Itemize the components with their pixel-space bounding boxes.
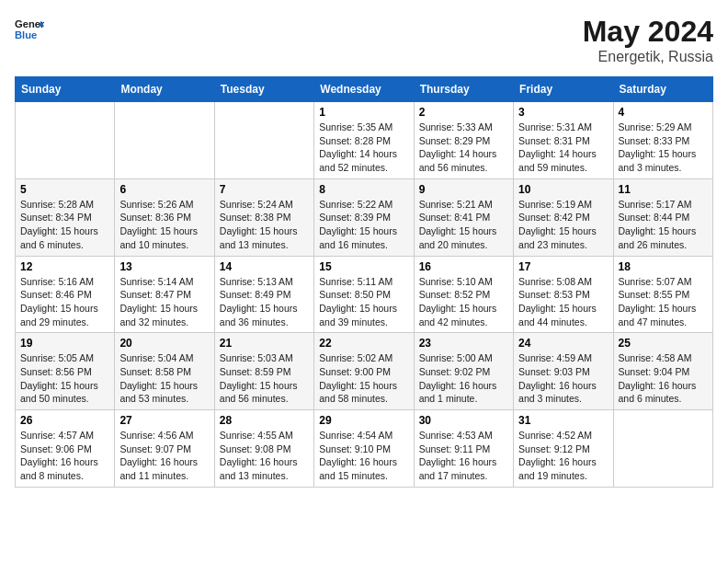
day-info: Sunrise: 5:35 AMSunset: 8:28 PMDaylight:… [319,121,408,175]
day-number: 21 [220,337,309,350]
day-info: Sunrise: 5:05 AMSunset: 8:56 PMDaylight:… [20,351,109,406]
calendar-cell: 14Sunrise: 5:13 AMSunset: 8:49 PMDayligh… [214,256,313,333]
day-info: Sunrise: 5:11 AMSunset: 8:50 PMDaylight:… [319,275,408,329]
weekday-header-monday: Monday [115,77,214,102]
page-header: General Blue May 2024 Energetik, Russia [15,15,713,65]
day-info: Sunrise: 5:13 AMSunset: 8:49 PMDaylight:… [220,275,309,329]
day-number: 14 [220,260,309,273]
calendar-cell: 19Sunrise: 5:05 AMSunset: 8:56 PMDayligh… [16,333,115,410]
day-info: Sunrise: 5:33 AMSunset: 8:29 PMDaylight:… [419,121,508,175]
calendar-cell: 30Sunrise: 4:53 AMSunset: 9:11 PMDayligh… [414,410,513,488]
day-info: Sunrise: 4:59 AMSunset: 9:03 PMDaylight:… [518,351,608,406]
day-number: 23 [419,337,508,350]
calendar-cell: 17Sunrise: 5:08 AMSunset: 8:53 PMDayligh… [514,256,613,333]
calendar-week-1: 1Sunrise: 5:35 AMSunset: 8:28 PMDaylight… [16,102,713,179]
calendar-cell: 22Sunrise: 5:02 AMSunset: 9:00 PMDayligh… [314,333,414,410]
day-info: Sunrise: 5:24 AMSunset: 8:38 PMDaylight:… [220,198,309,252]
calendar-cell: 31Sunrise: 4:52 AMSunset: 9:12 PMDayligh… [514,410,613,488]
day-number: 1 [319,106,408,119]
day-number: 3 [518,106,608,119]
day-number: 2 [419,106,508,119]
calendar-cell [115,102,214,179]
day-info: Sunrise: 4:55 AMSunset: 9:08 PMDaylight:… [220,429,309,483]
day-number: 6 [119,183,209,196]
day-number: 13 [119,260,209,273]
day-info: Sunrise: 5:29 AMSunset: 8:33 PMDaylight:… [619,121,708,175]
calendar-cell: 15Sunrise: 5:11 AMSunset: 8:50 PMDayligh… [314,256,414,333]
calendar-week-4: 19Sunrise: 5:05 AMSunset: 8:56 PMDayligh… [16,333,713,410]
day-info: Sunrise: 5:16 AMSunset: 8:46 PMDaylight:… [20,275,109,329]
day-info: Sunrise: 4:57 AMSunset: 9:06 PMDaylight:… [20,429,109,483]
day-info: Sunrise: 5:26 AMSunset: 8:36 PMDaylight:… [119,198,209,252]
day-info: Sunrise: 4:58 AMSunset: 9:04 PMDaylight:… [619,351,708,406]
day-number: 27 [119,414,209,427]
calendar-cell: 23Sunrise: 5:00 AMSunset: 9:02 PMDayligh… [414,333,513,410]
calendar-cell [16,102,115,179]
calendar-cell: 1Sunrise: 5:35 AMSunset: 8:28 PMDaylight… [314,102,414,179]
day-number: 19 [20,337,109,350]
day-info: Sunrise: 5:07 AMSunset: 8:55 PMDaylight:… [619,275,708,329]
day-number: 7 [220,183,309,196]
calendar-cell: 29Sunrise: 4:54 AMSunset: 9:10 PMDayligh… [314,410,414,488]
calendar-table: SundayMondayTuesdayWednesdayThursdayFrid… [15,76,713,488]
day-number: 22 [319,337,408,350]
calendar-cell: 20Sunrise: 5:04 AMSunset: 8:58 PMDayligh… [115,333,214,410]
day-number: 17 [518,260,608,273]
day-info: Sunrise: 5:21 AMSunset: 8:41 PMDaylight:… [419,198,508,252]
month-title: May 2024 [583,15,713,49]
calendar-week-5: 26Sunrise: 4:57 AMSunset: 9:06 PMDayligh… [16,410,713,488]
calendar-cell: 16Sunrise: 5:10 AMSunset: 8:52 PMDayligh… [414,256,513,333]
day-number: 12 [20,260,109,273]
calendar-cell [214,102,313,179]
calendar-cell: 8Sunrise: 5:22 AMSunset: 8:39 PMDaylight… [314,178,414,256]
calendar-cell: 4Sunrise: 5:29 AMSunset: 8:33 PMDaylight… [613,102,712,179]
day-number: 10 [518,183,608,196]
weekday-header-thursday: Thursday [414,77,513,102]
day-info: Sunrise: 5:28 AMSunset: 8:34 PMDaylight:… [20,198,109,252]
day-info: Sunrise: 5:02 AMSunset: 9:00 PMDaylight:… [319,351,408,406]
calendar-cell [613,410,712,488]
day-number: 9 [419,183,508,196]
day-number: 8 [319,183,408,196]
day-number: 5 [20,183,109,196]
day-info: Sunrise: 5:19 AMSunset: 8:42 PMDaylight:… [518,198,608,252]
day-info: Sunrise: 5:03 AMSunset: 8:59 PMDaylight:… [220,351,309,406]
day-number: 16 [419,260,508,273]
calendar-cell: 5Sunrise: 5:28 AMSunset: 8:34 PMDaylight… [16,178,115,256]
day-info: Sunrise: 5:22 AMSunset: 8:39 PMDaylight:… [319,198,408,252]
calendar-cell: 6Sunrise: 5:26 AMSunset: 8:36 PMDaylight… [115,178,214,256]
weekday-header-wednesday: Wednesday [314,77,414,102]
weekday-header-row: SundayMondayTuesdayWednesdayThursdayFrid… [16,77,713,102]
day-info: Sunrise: 4:54 AMSunset: 9:10 PMDaylight:… [319,429,408,483]
day-info: Sunrise: 5:31 AMSunset: 8:31 PMDaylight:… [518,121,608,175]
day-number: 20 [119,337,209,350]
weekday-header-sunday: Sunday [16,77,115,102]
day-number: 30 [419,414,508,427]
calendar-cell: 9Sunrise: 5:21 AMSunset: 8:41 PMDaylight… [414,178,513,256]
day-info: Sunrise: 5:04 AMSunset: 8:58 PMDaylight:… [119,351,209,406]
title-block: May 2024 Energetik, Russia [583,15,713,65]
calendar-cell: 3Sunrise: 5:31 AMSunset: 8:31 PMDaylight… [514,102,613,179]
calendar-cell: 12Sunrise: 5:16 AMSunset: 8:46 PMDayligh… [16,256,115,333]
logo-icon: General Blue [15,15,44,44]
day-info: Sunrise: 4:53 AMSunset: 9:11 PMDaylight:… [419,429,508,483]
calendar-week-2: 5Sunrise: 5:28 AMSunset: 8:34 PMDaylight… [16,178,713,256]
weekday-header-friday: Friday [514,77,613,102]
calendar-cell: 24Sunrise: 4:59 AMSunset: 9:03 PMDayligh… [514,333,613,410]
day-info: Sunrise: 4:56 AMSunset: 9:07 PMDaylight:… [119,429,209,483]
calendar-cell: 21Sunrise: 5:03 AMSunset: 8:59 PMDayligh… [214,333,313,410]
svg-text:Blue: Blue [15,29,37,40]
day-number: 11 [619,183,708,196]
day-number: 28 [220,414,309,427]
calendar-cell: 18Sunrise: 5:07 AMSunset: 8:55 PMDayligh… [613,256,712,333]
calendar-cell: 28Sunrise: 4:55 AMSunset: 9:08 PMDayligh… [214,410,313,488]
day-info: Sunrise: 5:10 AMSunset: 8:52 PMDaylight:… [419,275,508,329]
day-number: 25 [619,337,708,350]
calendar-cell: 26Sunrise: 4:57 AMSunset: 9:06 PMDayligh… [16,410,115,488]
day-number: 24 [518,337,608,350]
calendar-cell: 25Sunrise: 4:58 AMSunset: 9:04 PMDayligh… [613,333,712,410]
calendar-cell: 11Sunrise: 5:17 AMSunset: 8:44 PMDayligh… [613,178,712,256]
calendar-cell: 10Sunrise: 5:19 AMSunset: 8:42 PMDayligh… [514,178,613,256]
calendar-week-3: 12Sunrise: 5:16 AMSunset: 8:46 PMDayligh… [16,256,713,333]
calendar-cell: 27Sunrise: 4:56 AMSunset: 9:07 PMDayligh… [115,410,214,488]
